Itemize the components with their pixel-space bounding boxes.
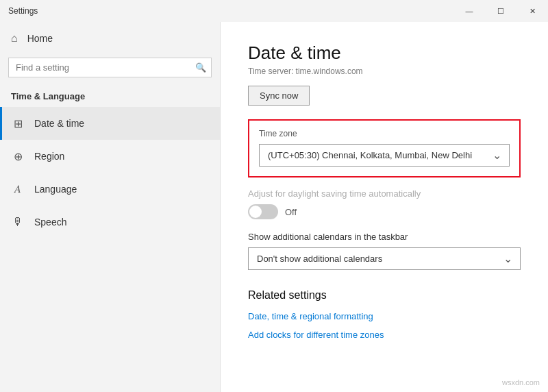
search-input[interactable] — [8, 58, 212, 77]
sync-now-button[interactable]: Sync now — [248, 86, 310, 106]
sidebar-item-region[interactable]: ⊕ Region — [0, 140, 220, 173]
time-server-label: Time server: time.windows.com — [248, 66, 521, 76]
speech-icon: 🎙 — [11, 216, 25, 228]
app-body: ⌂ Home 🔍 Time & Language ⊞ Date & time ⊕… — [0, 22, 548, 392]
timezone-label: Time zone — [259, 129, 510, 138]
additional-calendars-select-wrapper[interactable]: Don't show additional calendars — [248, 247, 521, 270]
daylight-label: Adjust for daylight saving time automati… — [248, 188, 521, 199]
sidebar-item-date-time[interactable]: ⊞ Date & time — [0, 107, 220, 140]
sidebar: ⌂ Home 🔍 Time & Language ⊞ Date & time ⊕… — [0, 22, 221, 392]
related-settings-title: Related settings — [248, 289, 521, 302]
daylight-toggle-row: Off — [248, 204, 521, 219]
title-bar: Settings — ☐ ✕ — [0, 0, 548, 22]
sidebar-section-title: Time & Language — [0, 86, 220, 107]
maximize-button[interactable]: ☐ — [485, 0, 516, 22]
additional-calendars-select[interactable]: Don't show additional calendars — [248, 247, 521, 270]
related-link-formatting[interactable]: Date, time & regional formatting — [248, 311, 521, 321]
search-box: 🔍 — [8, 58, 212, 77]
date-time-icon: ⊞ — [11, 117, 25, 130]
language-icon: 𝐴 — [11, 183, 25, 195]
sidebar-language-label: Language — [34, 184, 77, 195]
watermark: wsxdn.com — [502, 378, 540, 387]
daylight-toggle[interactable] — [248, 204, 278, 219]
sidebar-date-time-label: Date & time — [34, 118, 84, 129]
sidebar-region-label: Region — [34, 151, 64, 162]
related-link-clocks[interactable]: Add clocks for different time zones — [248, 330, 521, 340]
page-title: Date & time — [248, 42, 521, 64]
sidebar-item-language[interactable]: 𝐴 Language — [0, 173, 220, 206]
timezone-select[interactable]: (UTC+05:30) Chennai, Kolkata, Mumbai, Ne… — [259, 144, 510, 167]
timezone-select-wrapper[interactable]: (UTC+05:30) Chennai, Kolkata, Mumbai, Ne… — [259, 144, 510, 167]
region-icon: ⊕ — [11, 150, 25, 163]
search-icon: 🔍 — [195, 62, 206, 73]
minimize-button[interactable]: — — [453, 0, 485, 22]
content-area: Date & time Time server: time.windows.co… — [221, 22, 548, 392]
additional-calendars-label: Show additional calendars in the taskbar — [248, 232, 521, 242]
sidebar-item-home[interactable]: ⌂ Home — [0, 22, 220, 55]
sidebar-item-speech[interactable]: 🎙 Speech — [0, 206, 220, 238]
sidebar-speech-label: Speech — [34, 217, 66, 228]
toggle-state-label: Off — [285, 207, 297, 217]
app-title: Settings — [8, 6, 38, 16]
close-button[interactable]: ✕ — [516, 0, 548, 22]
timezone-box: Time zone (UTC+05:30) Chennai, Kolkata, … — [248, 119, 521, 177]
home-icon: ⌂ — [11, 32, 18, 45]
window-controls: — ☐ ✕ — [453, 0, 548, 22]
home-label: Home — [27, 33, 53, 44]
